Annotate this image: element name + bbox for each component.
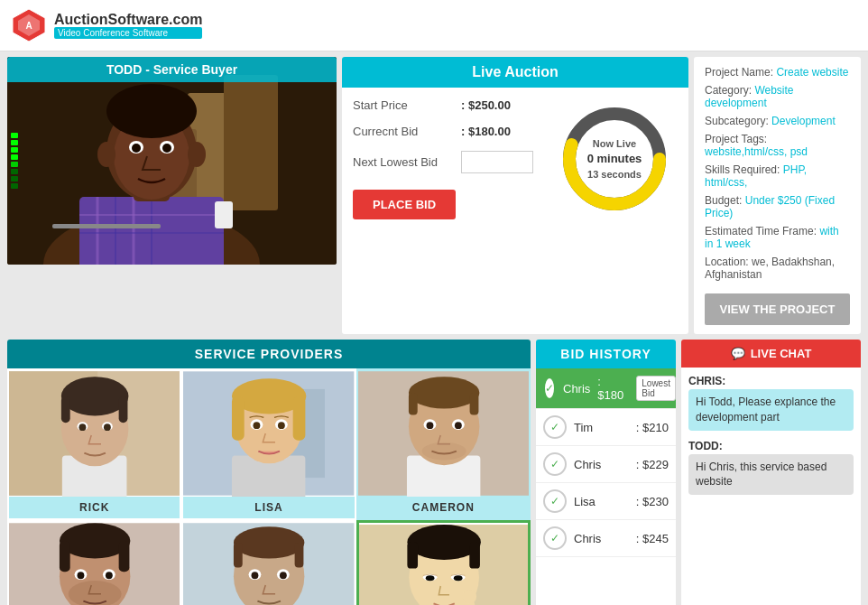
current-bid-value: : $180.00: [461, 125, 511, 138]
bid-check-4: ✓: [543, 526, 567, 550]
video-person-svg: [7, 57, 337, 265]
svg-rect-37: [61, 396, 70, 423]
rick-name: RICK: [9, 497, 180, 518]
provider-item-chris[interactable]: CHRIS: [356, 520, 531, 605]
view-project-button[interactable]: VIEW THE PROJECT: [705, 293, 850, 325]
svg-rect-5: [224, 75, 278, 210]
providers-panel: SERVICE PROVIDERS: [7, 340, 531, 605]
project-tags-link[interactable]: website,html/css, psd: [705, 145, 808, 158]
logo: A AuctionSoftware.com Video Conference S…: [11, 7, 202, 43]
project-tags-label: Project Tags:: [705, 133, 767, 145]
svg-rect-38: [119, 396, 128, 423]
svg-rect-25: [52, 224, 161, 228]
donut-chart-area: Now Live 0 minutes 13 seconds: [551, 100, 678, 218]
chris-avatar: [359, 523, 528, 605]
svg-point-23: [188, 142, 206, 167]
rick-photo: [9, 370, 180, 497]
svg-point-53: [254, 422, 261, 429]
bid-amount-3: : $230: [636, 495, 669, 508]
bid-check-0: ✓: [543, 377, 556, 400]
chat-bubble-1: Hi Chris, this service based website: [688, 454, 854, 496]
svg-point-42: [104, 424, 111, 431]
auction-panel: Live Auction Start Price : $250.00 Curre…: [342, 57, 688, 334]
provider-item-cameron[interactable]: CAMERON: [356, 368, 531, 520]
chat-bubble-0: Hi Todd, Please explance the development…: [688, 389, 854, 431]
chat-message-0: CHRIS: Hi Todd, Please explance the deve…: [688, 375, 854, 431]
rick-avatar: [9, 370, 180, 497]
provider-item-tim[interactable]: TIM: [7, 520, 181, 605]
logo-icon: A: [11, 7, 47, 43]
svg-point-41: [78, 424, 86, 431]
bid-row-2: ✓ Chris : $229: [536, 446, 676, 483]
live-chat-panel: 💬 LIVE CHAT CHRIS: Hi Todd, Please expla…: [681, 340, 861, 605]
lisa-avatar: [183, 370, 354, 497]
svg-point-54: [278, 422, 285, 429]
logo-text: AuctionSoftware.com: [54, 12, 202, 28]
svg-point-91: [252, 572, 259, 579]
tim-avatar: [9, 522, 180, 605]
svg-point-36: [61, 377, 129, 415]
michael-photo: [183, 522, 354, 605]
bid-row-3: ✓ Lisa : $230: [536, 483, 676, 520]
bid-history-title: BID HISTORY: [536, 340, 676, 368]
tim-photo: [9, 522, 180, 605]
current-bid-row: Currecnt Bid : $180.00: [353, 125, 542, 138]
current-bid-label: Currecnt Bid: [353, 125, 461, 138]
svg-point-86: [234, 526, 304, 558]
provider-item-lisa[interactable]: LISA: [181, 368, 356, 520]
bid-amount-0: : $180: [597, 375, 623, 402]
project-budget-row: Budget: Under $250 (Fixed Price): [705, 194, 850, 219]
cameron-name: CAMERON: [358, 497, 529, 518]
donut-line3: 13 seconds: [587, 167, 642, 181]
provider-item-michael[interactable]: MICHAEL: [181, 520, 356, 605]
chat-icon: 💬: [731, 347, 745, 360]
svg-point-66: [455, 422, 462, 429]
svg-point-92: [280, 572, 287, 579]
volume-indicator: [11, 133, 18, 189]
video-background: [7, 57, 337, 265]
bid-history-panel: BID HISTORY ✓ Chris : $180 Lowest Bid ✓ …: [536, 340, 676, 605]
svg-rect-26: [215, 201, 233, 228]
provider-item-rick[interactable]: RICK: [7, 368, 181, 520]
bid-check-3: ✓: [543, 489, 567, 513]
bid-name-3: Lisa: [574, 495, 629, 508]
auction-fields: Start Price : $250.00 Currecnt Bid : $18…: [353, 98, 542, 219]
bid-amount-1: : $210: [636, 421, 669, 434]
project-name-row: Project Name: Create website: [705, 66, 850, 79]
project-subcategory-link[interactable]: Development: [771, 115, 836, 127]
bid-name-0: Chris: [563, 382, 590, 396]
start-price-label: Start Price: [353, 98, 461, 112]
svg-rect-49: [232, 396, 245, 441]
svg-rect-62: [469, 393, 478, 415]
svg-point-80: [106, 572, 113, 579]
donut-line2: 0 minutes: [587, 151, 642, 167]
svg-point-104: [453, 575, 462, 581]
lowest-bid-badge: Lowest Bid: [636, 376, 676, 401]
place-bid-button[interactable]: PLACE BID: [353, 190, 456, 219]
project-tags-row: Project Tags: website,html/css, psd: [705, 133, 850, 158]
svg-point-60: [409, 377, 479, 408]
project-subcategory-label: Subcategory:: [705, 115, 769, 127]
svg-rect-75: [119, 541, 130, 572]
svg-point-103: [425, 575, 434, 581]
bid-name-1: Tim: [574, 421, 629, 434]
project-panel: Project Name: Create website Category: W…: [694, 57, 861, 334]
project-time-label: Estimated Time Frame:: [705, 225, 817, 237]
donut-chart: Now Live 0 minutes 13 seconds: [556, 100, 673, 218]
next-lowest-row: Next Lowest Bid: [353, 151, 542, 173]
project-name-link[interactable]: Create website: [776, 66, 848, 79]
lisa-name: LISA: [183, 497, 354, 518]
next-lowest-label: Next Lowest Bid: [353, 155, 461, 169]
chris-photo: [359, 523, 528, 605]
chat-messages: CHRIS: Hi Todd, Please explance the deve…: [681, 368, 861, 605]
bid-row-4: ✓ Chris : $245: [536, 520, 676, 557]
lisa-photo: [183, 370, 354, 497]
svg-point-65: [426, 422, 433, 429]
project-skills-label: Skills Required:: [705, 163, 780, 176]
svg-rect-88: [295, 543, 304, 567]
video-panel: TODD - Service Buyer: [7, 57, 337, 265]
next-lowest-input[interactable]: [461, 151, 533, 173]
live-chat-title-text: LIVE CHAT: [751, 347, 812, 360]
svg-point-67: [421, 442, 466, 461]
svg-text:A: A: [25, 21, 32, 31]
